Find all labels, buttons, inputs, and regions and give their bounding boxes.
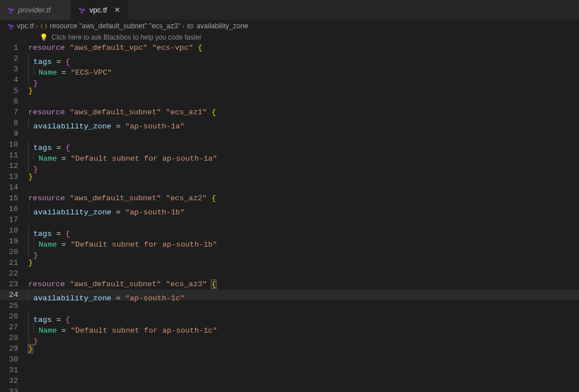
line-number: 30 — [0, 354, 28, 365]
line-number: 2 — [0, 53, 28, 64]
code-text — [28, 365, 33, 376]
code-line[interactable]: 1resource "aws_default_vpc" "ecs-vpc" { — [0, 42, 579, 53]
code-text — [28, 300, 33, 311]
code-text: resource "aws_default_subnet" "ecs_az2" … — [28, 193, 216, 204]
code-line[interactable]: 31 — [0, 365, 579, 376]
code-line[interactable]: 3 Name = "ECS-VPC" — [0, 64, 579, 75]
code-line[interactable]: 11 Name = "Default subnet for ap-south-1… — [0, 150, 579, 161]
breadcrumb-resource[interactable]: resource "aws_default_subnet" "ecs_az3" — [40, 22, 180, 30]
code-line[interactable]: 2 tags = { — [0, 53, 579, 64]
code-line[interactable]: 26 tags = { — [0, 311, 579, 322]
code-text — [28, 386, 33, 392]
code-line[interactable]: 13} — [0, 171, 579, 182]
svg-text:abc: abc — [188, 24, 193, 28]
code-text: Name = "Default subnet for ap-south-1b" — [28, 236, 217, 250]
line-number: 3 — [0, 64, 28, 75]
line-number: 9 — [0, 128, 28, 139]
line-number: 23 — [0, 279, 28, 290]
code-line[interactable]: 32 — [0, 376, 579, 386]
terraform-icon — [7, 6, 15, 14]
blackbox-hint[interactable]: 💡 Click here to ask Blackbox to help you… — [0, 32, 579, 42]
line-number: 32 — [0, 376, 28, 386]
code-text — [28, 268, 33, 279]
code-text: Name = "Default subnet for ap-south-1c" — [28, 322, 217, 336]
tab-label: vpc.tf — [89, 6, 107, 14]
tab-vpc-tf[interactable]: vpc.tf ✕ — [71, 0, 128, 20]
line-number: 11 — [0, 150, 28, 161]
line-number: 18 — [0, 225, 28, 236]
code-line[interactable]: 33 — [0, 386, 579, 392]
code-text: resource "aws_default_subnet" "ecs_az1" … — [28, 107, 216, 118]
breadcrumb-file-label: vpc.tf — [17, 22, 34, 30]
line-number: 14 — [0, 182, 28, 193]
code-line[interactable]: 7resource "aws_default_subnet" "ecs_az1"… — [0, 107, 579, 118]
code-text: resource "aws_default_vpc" "ecs-vpc" { — [28, 42, 202, 53]
line-number: 25 — [0, 300, 28, 311]
line-number: 7 — [0, 107, 28, 118]
code-line[interactable]: 18 tags = { — [0, 225, 579, 236]
line-number: 5 — [0, 85, 28, 96]
line-number: 20 — [0, 247, 28, 257]
symbol-string-icon: abc — [186, 22, 194, 30]
breadcrumb-resource-label: resource "aws_default_subnet" "ecs_az3" — [50, 22, 180, 30]
code-text: } — [28, 257, 33, 268]
line-number: 12 — [0, 161, 28, 171]
code-text: } — [28, 171, 33, 182]
chevron-right-icon: › — [36, 22, 38, 30]
line-number: 21 — [0, 257, 28, 268]
code-line[interactable]: 27 Name = "Default subnet for ap-south-1… — [0, 322, 579, 333]
code-line[interactable]: 22 — [0, 268, 579, 279]
line-number: 19 — [0, 236, 28, 247]
line-number: 10 — [0, 139, 28, 150]
code-line[interactable]: 16 availability_zone = "ap-south-1b" — [0, 204, 579, 214]
code-text — [28, 182, 33, 193]
code-line[interactable]: 10 tags = { — [0, 139, 579, 150]
code-text: Name = "ECS-VPC" — [28, 64, 112, 78]
tab-provider-tf[interactable]: provider.tf ✕ — [0, 0, 71, 20]
code-line[interactable]: 24 availability_zone = "ap-south-1c" — [0, 290, 579, 300]
code-text: availability_zone = "ap-south-1b" — [28, 204, 185, 218]
code-line[interactable]: 5} — [0, 85, 579, 96]
terraform-icon — [7, 22, 15, 30]
lightbulb-icon: 💡 — [40, 33, 48, 41]
line-number: 24 — [0, 290, 28, 300]
terraform-icon — [78, 6, 86, 14]
line-number: 1 — [0, 42, 28, 53]
line-number: 13 — [0, 171, 28, 182]
line-number: 33 — [0, 386, 28, 392]
line-number: 31 — [0, 365, 28, 376]
line-number: 27 — [0, 322, 28, 333]
code-editor[interactable]: 1resource "aws_default_vpc" "ecs-vpc" {2… — [0, 42, 579, 392]
code-line[interactable]: 15resource "aws_default_subnet" "ecs_az2… — [0, 193, 579, 204]
code-line[interactable]: 29} — [0, 343, 579, 354]
code-line[interactable]: 21} — [0, 257, 579, 268]
line-number: 8 — [0, 118, 28, 128]
code-text: } — [28, 85, 33, 96]
breadcrumb: vpc.tf › resource "aws_default_subnet" "… — [0, 20, 579, 32]
code-text — [28, 128, 33, 139]
hint-text: Click here to ask Blackbox to help you c… — [51, 33, 201, 41]
code-line[interactable]: 30 — [0, 354, 579, 365]
code-line[interactable]: 23resource "aws_default_subnet" "ecs_az3… — [0, 279, 579, 290]
code-line[interactable]: 14 — [0, 182, 579, 193]
close-icon[interactable]: ✕ — [113, 6, 122, 15]
code-line[interactable]: 6 — [0, 96, 579, 107]
line-number: 15 — [0, 193, 28, 204]
tab-bar: provider.tf ✕ vpc.tf ✕ — [0, 0, 579, 20]
code-line[interactable]: 19 Name = "Default subnet for ap-south-1… — [0, 236, 579, 247]
code-text — [28, 214, 33, 225]
breadcrumb-field-label: availability_zone — [196, 22, 248, 30]
symbol-namespace-icon — [40, 22, 47, 30]
breadcrumb-field[interactable]: abc availability_zone — [186, 22, 248, 30]
code-text: availability_zone = "ap-south-1a" — [28, 118, 185, 132]
code-text — [28, 354, 33, 365]
line-number: 29 — [0, 343, 28, 354]
tab-label: provider.tf — [18, 6, 50, 14]
line-number: 4 — [0, 75, 28, 85]
line-number: 28 — [0, 333, 28, 343]
code-text — [28, 96, 33, 107]
line-number: 17 — [0, 214, 28, 225]
breadcrumb-file[interactable]: vpc.tf — [7, 22, 34, 30]
line-number: 16 — [0, 204, 28, 214]
code-line[interactable]: 8 availability_zone = "ap-south-1a" — [0, 118, 579, 128]
